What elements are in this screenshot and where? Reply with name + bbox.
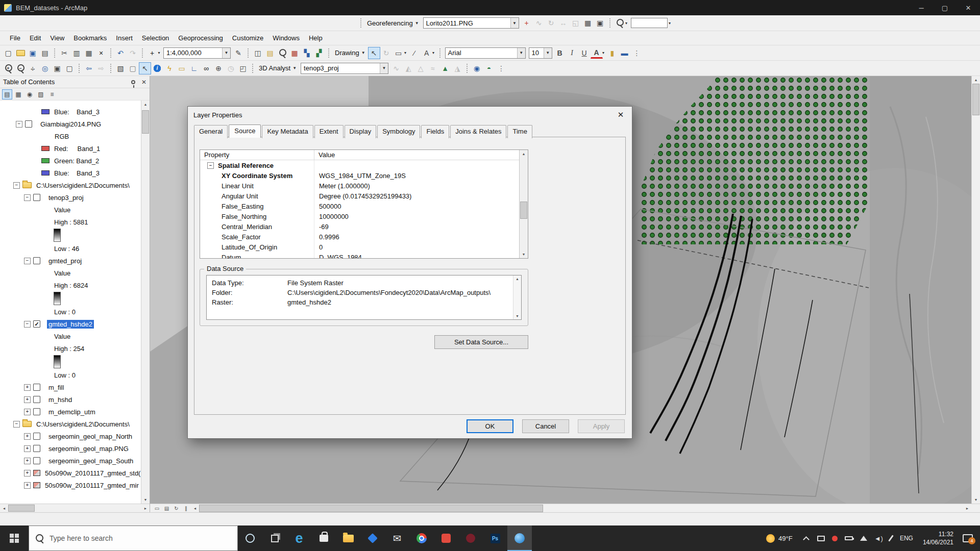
close-icon[interactable]: ✕ [141, 79, 146, 86]
action-center-icon[interactable]: 4 [963, 534, 973, 542]
quill-app-icon[interactable] [458, 525, 483, 551]
toc-horizontal-scrollbar[interactable]: ◄ ► [0, 504, 150, 512]
dialog-tab[interactable]: Display [345, 125, 377, 138]
combo-arrow-icon[interactable]: ▼ [222, 48, 230, 58]
toc-row[interactable]: tenop3_proj [0, 191, 141, 204]
caret[interactable]: ▾ [156, 47, 162, 59]
go-to-xy-icon[interactable]: ⊕ [212, 62, 225, 74]
pin-icon[interactable] [131, 80, 135, 84]
scrollbar-thumb[interactable] [142, 110, 149, 134]
maximize-button[interactable]: ▢ [933, 0, 957, 15]
separator[interactable] [53, 48, 56, 58]
caret[interactable]: ▾ [601, 47, 606, 59]
back-extent-icon[interactable]: ⇦ [83, 62, 95, 74]
zoom-out-icon[interactable]: − [14, 62, 27, 74]
table-of-contents-icon[interactable]: ◫ [252, 47, 264, 59]
scroll-up-icon[interactable]: ▲ [520, 150, 528, 158]
property-row[interactable]: Scale_Factor 0.9996 [200, 232, 519, 242]
search-input[interactable] [50, 534, 237, 542]
toc-row[interactable]: 50s090w_20101117_gmted_mir [0, 479, 141, 491]
auto-registration-icon[interactable]: ∿ [533, 17, 545, 29]
toc-row[interactable]: Low : 0 [0, 306, 141, 318]
scroll-right-icon[interactable]: ► [141, 504, 150, 512]
list-by-source-icon[interactable]: ▦ [13, 89, 23, 99]
close-button[interactable]: ✕ [957, 0, 980, 15]
scroll-up-icon[interactable]: ▲ [141, 101, 150, 108]
menu-item[interactable]: View [45, 34, 69, 42]
edge-icon[interactable]: e [287, 525, 311, 551]
refresh-view-button[interactable]: ↻ [172, 505, 181, 512]
toc-row[interactable]: Value [0, 330, 141, 342]
dialog-tab[interactable]: Extent [314, 125, 344, 138]
toc-row[interactable]: Red: Band_1 [0, 142, 141, 155]
pan-icon[interactable] [27, 62, 39, 74]
toc-row[interactable]: Value [0, 267, 141, 279]
select-elements-icon[interactable]: ↖ [368, 47, 380, 59]
toc-row[interactable]: C:\Users\cigidenL2\Documents\ [0, 179, 141, 191]
delete-icon[interactable]: × [95, 47, 107, 59]
scrollbar-thumb[interactable] [972, 84, 979, 115]
tree-expander-icon[interactable] [24, 258, 31, 264]
toc-row[interactable]: C:\Users\cigidenL2\Documents\ [0, 418, 141, 430]
task-view-icon[interactable] [262, 525, 287, 551]
toc-row[interactable] [0, 291, 141, 306]
tree-expander-icon[interactable] [24, 445, 31, 452]
identify-icon[interactable]: i [151, 62, 163, 74]
save-icon[interactable]: ▣ [27, 47, 39, 59]
caret[interactable]: ▾ [624, 17, 629, 29]
menu-item[interactable]: Geoprocessing [174, 34, 227, 42]
add-control-points-icon[interactable]: + [521, 17, 533, 29]
tree-expander-icon[interactable] [16, 121, 22, 128]
layout-view-button[interactable]: ▤ [162, 505, 172, 512]
apply-button[interactable]: Apply [578, 419, 625, 433]
arctoolbox-icon[interactable]: ▦ [288, 47, 301, 59]
new-map-icon[interactable]: ▢ [2, 47, 14, 59]
dialog-tab[interactable]: Joins & Relates [450, 125, 506, 138]
editor-pencil-icon[interactable]: ✎ [232, 47, 244, 59]
property-row[interactable]: XY Coordinate System WGS_1984_UTM_Zone_1… [200, 170, 519, 181]
viewer-window-icon[interactable]: ◰ [237, 62, 249, 74]
measure-icon[interactable]: ∟ [188, 62, 200, 74]
clear-selection-icon[interactable]: ▢ [127, 62, 139, 74]
layer-visibility-checkbox[interactable] [33, 194, 40, 201]
separator[interactable] [109, 64, 112, 73]
grid-scrollbar[interactable]: ▲ ▼ [519, 150, 528, 258]
zoom-in-icon[interactable]: + [2, 62, 14, 74]
map-vertical-scrollbar[interactable]: ▲ ▼ [971, 76, 980, 504]
toc-row[interactable]: Low : 46 [0, 242, 141, 255]
chevron-down-icon[interactable]: ▾ [667, 17, 673, 29]
scroll-up-icon[interactable]: ▲ [972, 76, 980, 84]
property-row[interactable]: Central_Meridian -69 [200, 221, 519, 232]
screenshot-app-icon[interactable] [507, 525, 532, 551]
dialog-title-bar[interactable]: Layer Properties ✕ [188, 107, 632, 123]
toc-row[interactable]: Blue: Band_3 [0, 106, 141, 118]
file-explorer-icon[interactable] [336, 525, 360, 551]
dialog-tab[interactable]: Fields [421, 125, 449, 138]
underline-icon[interactable]: U [578, 47, 591, 59]
toc-row[interactable]: Low : 0 [0, 369, 141, 381]
layer-visibility-checkbox[interactable] [25, 120, 32, 128]
copy-icon[interactable]: ▥ [70, 47, 83, 59]
property-row[interactable]: Spatial Reference [200, 160, 519, 170]
taskbar-search[interactable] [29, 525, 238, 551]
dropbox-icon[interactable] [360, 525, 385, 551]
scroll-right-icon[interactable]: ► [963, 504, 971, 513]
time-slider-icon[interactable]: ◷ [225, 62, 237, 74]
scale-raster-icon[interactable]: ◱ [570, 17, 582, 29]
property-row[interactable]: Datum D_WGS_1984 [200, 252, 519, 258]
tree-expander-icon[interactable] [24, 458, 31, 464]
toc-row[interactable]: sergeomin_geol_map_North [0, 430, 141, 442]
tree-expander-icon[interactable] [13, 182, 20, 189]
toc-row[interactable]: Green: Band_2 [0, 155, 141, 167]
separator[interactable] [109, 48, 112, 58]
toc-row[interactable]: Giambiagi2014.PNG [0, 118, 141, 130]
select-features-icon[interactable]: ▧ [114, 62, 127, 74]
forward-extent-icon[interactable]: ⇨ [95, 62, 107, 74]
layer-3d-icon[interactable]: ◮ [451, 62, 463, 74]
select-elements-tool-icon[interactable]: ↖ [139, 62, 151, 74]
dialog-close-icon[interactable]: ✕ [609, 107, 632, 123]
combo-arrow-icon[interactable]: ▼ [510, 18, 519, 28]
find-icon[interactable]: ∞ [200, 62, 212, 74]
full-extent-icon[interactable]: ◎ [39, 62, 51, 74]
bold-icon[interactable]: B [554, 47, 566, 59]
